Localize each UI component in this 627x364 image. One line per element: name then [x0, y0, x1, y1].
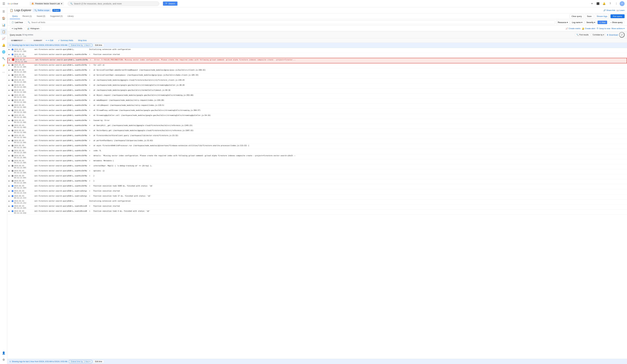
severity-col-header[interactable]: SEVERITY	[11, 40, 14, 41]
log-row[interactable]: ▶2024-05-03 09:52:22.805ext-firestore-ve…	[7, 129, 627, 134]
sidebar-icon-network[interactable]: 🌐	[0, 49, 7, 55]
run-query-button[interactable]: Run query	[611, 14, 625, 18]
jump-to-now-button[interactable]: ⏱ Jump to now	[596, 27, 610, 30]
log-row-expand-icon[interactable]: ▶	[8, 53, 11, 55]
log-row[interactable]: ▶2024-05-03 09:52:22.805ext-firestore-ve…	[7, 78, 627, 84]
create-metric-button[interactable]: 📈 Create metric	[566, 27, 580, 30]
log-row-expand-icon[interactable]: ▶	[8, 210, 11, 212]
search-all-fields-input[interactable]	[31, 21, 553, 24]
cloud-shell-icon[interactable]: ⬛	[595, 1, 601, 6]
log-row-expand-icon[interactable]: ▶	[8, 74, 11, 76]
log-row-expand-icon[interactable]: ▶	[8, 144, 11, 147]
hamburger-menu-icon[interactable]: ☰	[2, 2, 5, 5]
log-row[interactable]: ▶2024-05-03 09:52:22.805ext-firestore-ve…	[7, 89, 627, 94]
tab-query[interactable]: Query	[10, 13, 20, 19]
sidebar-icon-metrics[interactable]: 📈	[0, 35, 7, 42]
log-row[interactable]: ▶2024-05-03 09:52:22.805ext-firestore-ve…	[7, 73, 627, 78]
expand-button[interactable]: ⤢	[619, 32, 625, 38]
log-row-expand-icon[interactable]: ▶	[9, 58, 11, 61]
log-row[interactable]: ▶2024-05-03 09:52:22.805ext-firestore-ve…	[7, 84, 627, 89]
sidebar-icon-menu[interactable]: ☰	[0, 8, 7, 15]
log-row-expand-icon[interactable]: ▶	[8, 69, 11, 71]
log-row[interactable]: ▶2024-05-03 09:52:22.805ext-firestore-ve…	[7, 114, 627, 119]
log-row-expand-icon[interactable]: ▶	[8, 205, 11, 207]
global-search-button[interactable]: 🔍 Search	[163, 1, 177, 6]
tab-saved[interactable]: Saved (0)	[34, 13, 48, 19]
time-sort-desc-icon[interactable]: ↓	[25, 40, 25, 41]
log-row[interactable]: ▶2024-05-03 09:52:22.805ext-firestore-ve…	[7, 124, 627, 129]
sidebar-icon-home[interactable]: 🏠	[0, 15, 7, 21]
log-row[interactable]: ▶2024-05-03 09:52:22.904ext-firestore-ve…	[7, 184, 627, 189]
log-row-expand-icon[interactable]: ▶	[8, 99, 11, 101]
log-row-expand-icon[interactable]: ▶	[8, 124, 11, 126]
log-row[interactable]: ▶2024-05-03 09:52:23.252ext-firestore-ve…	[7, 199, 627, 205]
refine-scope-button[interactable]: 🔍 Refine scope	[33, 8, 51, 12]
sidebar-icon-settings[interactable]: ⚙	[0, 357, 7, 363]
log-row-expand-icon[interactable]: ▶	[8, 134, 11, 136]
log-row-expand-icon[interactable]: ▶	[8, 64, 11, 66]
log-row[interactable]: ▶2024-05-03 09:52:22.805ext-firestore-ve…	[7, 179, 627, 184]
log-row-expand-icon[interactable]: ▶	[8, 149, 11, 152]
log-row[interactable]: ▶2024-05-03 09:52:22.805ext-firestore-ve…	[7, 169, 627, 174]
time-filter-button[interactable]: 🕐 Last hour	[10, 20, 25, 24]
log-row[interactable]: ▶2024-05-03 09:52:22.805ext-firestore-ve…	[7, 174, 627, 179]
find-results-bar[interactable]: 🔍 Find results	[575, 33, 590, 36]
log-row[interactable]: ▶2024-05-03 09:52:24.045ext-firestore-ve…	[7, 205, 627, 209]
global-search-input[interactable]	[74, 2, 157, 5]
log-row-expand-icon[interactable]: ▶	[8, 185, 11, 187]
log-row[interactable]: ▶2024-05-03 09:52:22.805ext-firestore-ve…	[7, 134, 627, 139]
severity-filter-button[interactable]: Severity ▾	[585, 20, 597, 24]
bottom-edit-time-button[interactable]: Edit time	[93, 360, 104, 363]
log-row[interactable]: ▶2024-05-03 09:52:24.050ext-firestore-ve…	[7, 209, 627, 214]
log-row-expand-icon[interactable]: ▶	[8, 200, 11, 202]
create-alert-button[interactable]: 🔔 Create alert	[582, 27, 595, 30]
time-col-header[interactable]: TIME CEST ↑ ↓	[14, 40, 34, 41]
log-row[interactable]: ▶2024-05-03 09:52:22.805ext-firestore-ve…	[7, 94, 627, 99]
log-row[interactable]: ▶2024-05-03 09:52:22.805ext-firestore-ve…	[7, 104, 627, 109]
log-row-expand-icon[interactable]: ▶	[8, 109, 11, 111]
log-row-expand-icon[interactable]: ▶	[8, 180, 11, 182]
save-button[interactable]: Save	[585, 14, 594, 18]
download-button[interactable]: ⬇ Download	[607, 34, 618, 36]
marketplace-icon[interactable]: ✦	[589, 1, 595, 6]
log-row-expand-icon[interactable]: ▶	[8, 195, 11, 197]
sidebar-icon-alerts[interactable]: 🔔	[0, 42, 7, 48]
log-row-expand-icon[interactable]: ▶	[8, 84, 11, 86]
notifications-icon[interactable]: 🔔	[601, 1, 607, 6]
sidebar-icon-profiler[interactable]: 👤	[0, 350, 7, 356]
log-row-expand-icon[interactable]: ▶	[8, 104, 11, 106]
sidebar-icon-traces[interactable]: ⋯	[0, 69, 7, 75]
stream-logs-button[interactable]: Stream logs	[595, 14, 609, 18]
sidebar-icon-dashboard[interactable]: 📊	[0, 22, 7, 28]
log-row-expand-icon[interactable]: ▶	[8, 114, 11, 116]
log-row-expand-icon[interactable]: ▶	[8, 48, 11, 50]
project-selector[interactable]: 🔥 Firestore Vector Search Lab ▾	[30, 2, 64, 5]
log-row[interactable]: ▶2024-05-03 09:52:22.933ext-firestore-ve…	[7, 194, 627, 199]
edit-summary-button[interactable]: ✏ ✏ Edit	[45, 39, 54, 42]
log-row-expand-icon[interactable]: ▶	[8, 154, 11, 156]
sidebar-icon-plugins[interactable]: ⚡	[0, 62, 7, 68]
log-fields-toggle[interactable]: ≡ Log fields	[10, 27, 24, 30]
histogram-toggle[interactable]: 📊 Histogram	[25, 27, 41, 30]
log-row-expand-icon[interactable]: ▶	[8, 190, 11, 192]
bottom-extend-time-button[interactable]: Extend time by: 1 hour ▾	[69, 360, 92, 363]
log-row[interactable]: ▶2024-05-03 09:52:22.805ext-firestore-ve…	[7, 159, 627, 164]
settings-icon[interactable]: ⋮	[614, 1, 619, 6]
help-icon[interactable]: ?	[607, 1, 613, 6]
log-row-expand-icon[interactable]: ▶	[8, 159, 11, 161]
log-row-expand-icon[interactable]: ▶	[8, 139, 11, 141]
log-row[interactable]: ▶2024-05-03 09:52:17.394ext-firestore-ve…	[7, 53, 627, 58]
log-row-expand-icon[interactable]: ▶	[8, 89, 11, 91]
log-row[interactable]: ▶2024-05-03 09:52:22.805ext-firestore-ve…	[7, 68, 627, 73]
extend-time-button[interactable]: Extend time by: 1 hour ▾	[69, 44, 92, 47]
log-row[interactable]: ▶2024-05-03 09:52:22.805ext-firestore-ve…	[7, 139, 627, 144]
log-name-filter-button[interactable]: Log name ▾	[570, 20, 584, 24]
log-row[interactable]: ▶2024-05-03 09:52:17.309ext-firestore-ve…	[7, 48, 627, 53]
log-row[interactable]: ▶2024-05-03 09:52:22.805ext-firestore-ve…	[7, 119, 627, 124]
tab-suggested[interactable]: Suggested (2)	[48, 13, 65, 19]
learn-button[interactable]: 📖 Learn	[617, 9, 625, 11]
share-link-button[interactable]: 🔗 Share link	[603, 9, 615, 11]
sidebar-icon-tools[interactable]: 🔧	[0, 55, 7, 62]
show-query-button[interactable]: – Show query	[608, 20, 625, 24]
log-row[interactable]: ▶2024-05-03 09:52:22.805ext-firestore-ve…	[7, 63, 627, 68]
